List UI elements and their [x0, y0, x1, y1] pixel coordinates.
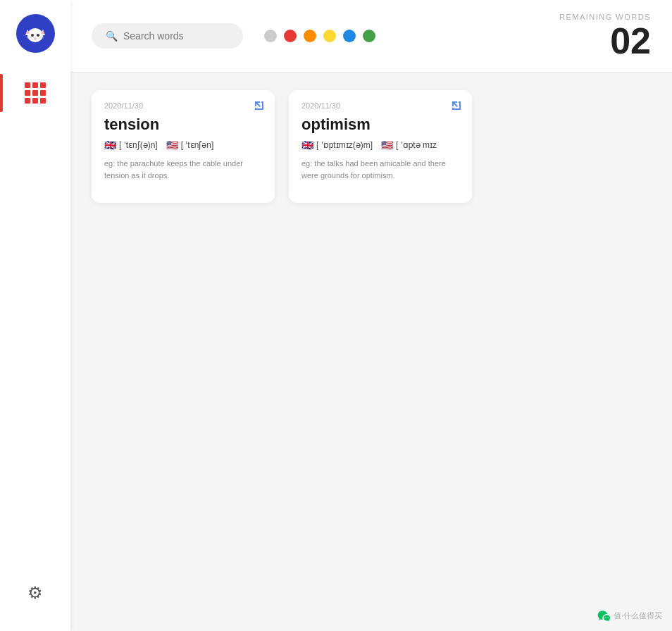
sidebar-nav: [0, 74, 70, 112]
card-word: tension: [104, 115, 262, 134]
watermark-text: 值·什么值得买: [614, 611, 662, 621]
cards-area: 2020/11/30 tension 🇬🇧 [ ˈtɛnʃ(ə)n] 🇺🇸 [ …: [70, 73, 672, 220]
header: 🔍 REMAINING WORDS 02: [70, 0, 672, 73]
uk-phonetic: 🇬🇧 [ ˈtɛnʃ(ə)n]: [104, 139, 158, 151]
card-enter-icon[interactable]: [451, 100, 462, 114]
word-card-tension[interactable]: 2020/11/30 tension 🇬🇧 [ ˈtɛnʃ(ə)n] 🇺🇸 [ …: [92, 90, 275, 203]
card-phonetics: 🇬🇧 [ ˈɒptɪmɪz(ə)m] 🇺🇸 [ ˈɑptə mɪz: [301, 139, 459, 151]
watermark: 值·什么值得买: [597, 608, 662, 623]
card-decoration: [239, 168, 275, 203]
main-content: 🔍 REMAINING WORDS 02 2020/11/30: [70, 0, 672, 631]
sidebar-item-grid[interactable]: [0, 74, 70, 112]
us-phonetic: 🇺🇸 [ ˈtɛnʃən]: [166, 139, 214, 151]
card-example: eg: the parachute keeps the cable under …: [104, 158, 262, 181]
filter-dot-grey[interactable]: [264, 30, 277, 42]
card-enter-icon[interactable]: [254, 100, 265, 114]
header-left: 🔍: [92, 23, 375, 49]
wechat-icon: [597, 608, 611, 623]
filter-dots: [264, 30, 375, 42]
filter-dot-red[interactable]: [284, 30, 297, 42]
card-date: 2020/11/30: [301, 101, 459, 110]
filter-dot-green[interactable]: [363, 30, 375, 42]
settings-button[interactable]: ⚙: [27, 583, 43, 603]
uk-phonetic: 🇬🇧 [ ˈɒptɪmɪz(ə)m]: [301, 139, 373, 151]
svg-point-8: [35, 37, 37, 39]
filter-dot-orange[interactable]: [304, 30, 316, 42]
sidebar: ⚙: [0, 0, 70, 631]
search-icon: 🔍: [106, 30, 118, 42]
card-example: eg: the talks had been amicable and ther…: [301, 158, 459, 181]
card-phonetics: 🇬🇧 [ ˈtɛnʃ(ə)n] 🇺🇸 [ ˈtɛnʃən]: [104, 139, 262, 151]
header-right: REMAINING WORDS 02: [559, 13, 651, 59]
app-logo[interactable]: [16, 14, 55, 53]
filter-dot-blue[interactable]: [343, 30, 356, 42]
filter-dot-yellow[interactable]: [323, 30, 336, 42]
word-card-optimism[interactable]: 2020/11/30 optimism 🇬🇧 [ ˈɒptɪmɪz(ə)m] 🇺…: [289, 90, 472, 203]
svg-point-7: [37, 34, 39, 37]
svg-point-6: [31, 34, 34, 37]
remaining-count: 02: [559, 23, 651, 59]
search-input[interactable]: [123, 30, 229, 42]
search-box[interactable]: 🔍: [92, 23, 243, 49]
card-date: 2020/11/30: [104, 101, 262, 110]
card-decoration: [437, 168, 472, 203]
grid-icon: [25, 82, 46, 104]
us-phonetic: 🇺🇸 [ ˈɑptə mɪz: [381, 139, 437, 151]
card-word: optimism: [301, 115, 459, 134]
